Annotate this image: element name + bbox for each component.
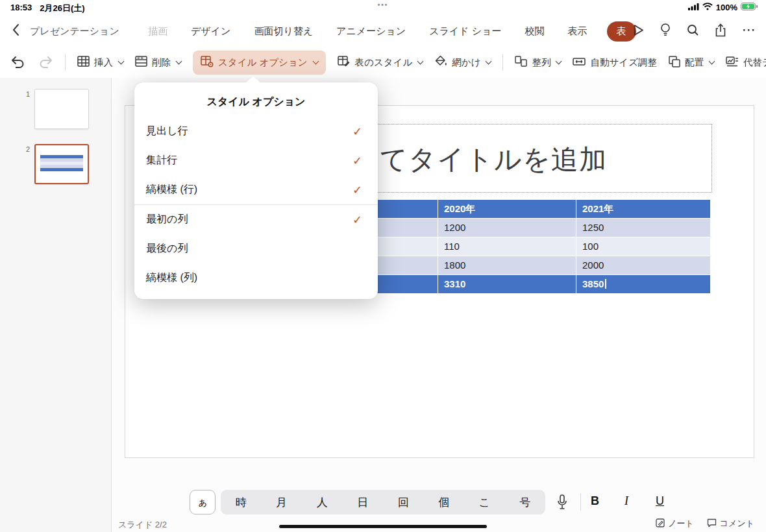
title-placeholder-text[interactable]: てタイトルを追加: [380, 141, 607, 178]
multitasking-dots-icon[interactable]: •••: [378, 1, 389, 8]
shading-button[interactable]: 網かけ: [434, 55, 491, 69]
chevron-down-icon: [176, 58, 182, 64]
slide-thumbnail-1[interactable]: [34, 89, 89, 129]
back-chevron-icon[interactable]: [12, 23, 19, 39]
suggestion-key[interactable]: 号: [505, 490, 546, 514]
table-cell[interactable]: 1800: [438, 256, 576, 275]
delete-button[interactable]: 削除: [135, 56, 181, 69]
clock: 18:53: [10, 3, 32, 14]
play-slideshow-icon[interactable]: [633, 24, 644, 39]
toolbar-separator: [502, 54, 503, 71]
autofit-button[interactable]: 自動サイズ調整: [573, 56, 657, 69]
search-icon[interactable]: [687, 24, 699, 39]
tab-transitions[interactable]: 画面切り替え: [254, 25, 313, 38]
home-indicator[interactable]: [279, 525, 487, 528]
comment-icon: [707, 518, 717, 529]
italic-button[interactable]: I: [624, 494, 628, 508]
presentation-title[interactable]: プレゼンテーション: [30, 25, 119, 38]
share-icon[interactable]: [715, 23, 726, 40]
table-cell[interactable]: 2021年: [576, 200, 711, 219]
suggestion-key[interactable]: 回: [383, 490, 424, 514]
toolbar-separator: [65, 54, 66, 71]
table-cell[interactable]: 110: [438, 237, 576, 256]
chevron-down-icon: [118, 58, 125, 64]
table-cell[interactable]: 1200: [438, 219, 576, 237]
style-options-button[interactable]: スタイル オプション: [193, 51, 326, 75]
notes-button[interactable]: ノート: [656, 518, 694, 529]
popup-item-last-column[interactable]: 最後の列: [134, 234, 378, 263]
insert-button[interactable]: 挿入: [77, 56, 123, 69]
table-cell[interactable]: 1250: [576, 219, 711, 237]
suggestion-key[interactable]: 月: [262, 490, 303, 514]
undo-icon[interactable]: [10, 54, 26, 71]
autofit-icon: [573, 56, 586, 69]
tab-draw[interactable]: 描画: [148, 25, 167, 38]
microphone-icon[interactable]: [557, 494, 567, 513]
alt-text-button[interactable]: 代替テキスト: [726, 56, 766, 69]
popup-item-banded-rows[interactable]: 縞模様 (行) ✓: [134, 175, 378, 204]
redo-icon[interactable]: [38, 54, 53, 71]
table-cell-active[interactable]: 3850: [576, 275, 711, 294]
check-icon: ✓: [352, 183, 362, 197]
wifi-icon: [702, 3, 713, 12]
slide-thumbnail-panel: 1 2: [0, 78, 112, 532]
insert-label: 挿入: [94, 56, 113, 69]
status-bar: 18:53 2月26日(土) ••• 100%: [0, 0, 766, 16]
arrange-icon: [669, 56, 680, 69]
suggestion-key[interactable]: こ: [464, 490, 505, 514]
shading-bucket-icon: [434, 55, 447, 69]
slide-number: 1: [26, 90, 30, 98]
suggestion-key[interactable]: 人: [302, 490, 343, 514]
style-options-popup: スタイル オプション 見出し行 ✓ 集計行 ✓ 縞模様 (行) ✓ 最初の列 ✓…: [134, 82, 378, 299]
table-styles-button[interactable]: 表のスタイル: [338, 56, 423, 69]
check-icon: ✓: [352, 154, 362, 168]
tab-table-contextual[interactable]: 表: [607, 21, 636, 42]
tab-review[interactable]: 校閲: [525, 25, 545, 38]
arrange-label: 配置: [685, 56, 704, 69]
slide-counter: スライド 2/2: [118, 519, 167, 531]
suggestion-key[interactable]: 時: [221, 490, 262, 514]
slide-thumbnail-2[interactable]: [34, 144, 89, 184]
tab-slideshow[interactable]: スライド ショー: [429, 25, 501, 38]
candidate-suggestion-bar: 時 月 人 日 回 個 こ 号: [221, 490, 545, 514]
suggestion-key[interactable]: 日: [343, 490, 384, 514]
table-cell[interactable]: 2000: [576, 256, 711, 275]
tab-view[interactable]: 表示: [568, 25, 587, 38]
tab-design[interactable]: デザイン: [191, 25, 230, 38]
comments-label: コメント: [720, 518, 754, 529]
check-icon: ✓: [352, 125, 362, 139]
popup-item-banded-columns[interactable]: 縞模様 (列): [134, 263, 378, 293]
popup-item-header-row[interactable]: 見出し行 ✓: [134, 117, 378, 146]
underline-button[interactable]: U: [656, 494, 664, 508]
popup-item-label: 最後の列: [146, 242, 188, 256]
comments-button[interactable]: コメント: [707, 518, 754, 529]
align-button[interactable]: 整列: [515, 56, 561, 69]
app-window: 18:53 2月26日(土) ••• 100% プレゼンテーション 描画 デザイ…: [0, 0, 766, 532]
tab-animations[interactable]: アニメーション: [336, 25, 406, 38]
popup-item-label: 見出し行: [146, 125, 188, 138]
popup-item-label: 縞模様 (列): [146, 271, 197, 285]
popup-item-first-column[interactable]: 最初の列 ✓: [134, 205, 378, 234]
arrange-button[interactable]: 配置: [669, 56, 714, 69]
popup-arrow: [246, 77, 260, 82]
chevron-down-icon: [486, 58, 492, 64]
text-cursor: [605, 279, 606, 289]
popup-item-total-row[interactable]: 集計行 ✓: [134, 146, 378, 175]
bold-button[interactable]: B: [591, 494, 599, 508]
lightbulb-icon[interactable]: [660, 23, 671, 40]
style-options-label: スタイル オプション: [218, 56, 308, 69]
table-cell[interactable]: 3310: [438, 275, 576, 294]
more-options-icon[interactable]: ⋯: [742, 23, 756, 40]
table-styles-label: 表のスタイル: [355, 56, 413, 69]
popup-item-label: 縞模様 (行): [146, 183, 197, 197]
suggestion-key[interactable]: 個: [424, 490, 465, 514]
table-cell[interactable]: 2020年: [438, 200, 576, 219]
table-cell[interactable]: 100: [576, 237, 711, 256]
alt-text-icon: [726, 56, 739, 69]
table-styles-icon: [338, 56, 351, 69]
popup-title: スタイル オプション: [134, 82, 378, 117]
kana-input-toggle[interactable]: ぁ: [190, 490, 216, 514]
chevron-down-icon: [556, 58, 562, 64]
format-separator: [580, 494, 581, 511]
chevron-down-icon: [417, 58, 424, 64]
